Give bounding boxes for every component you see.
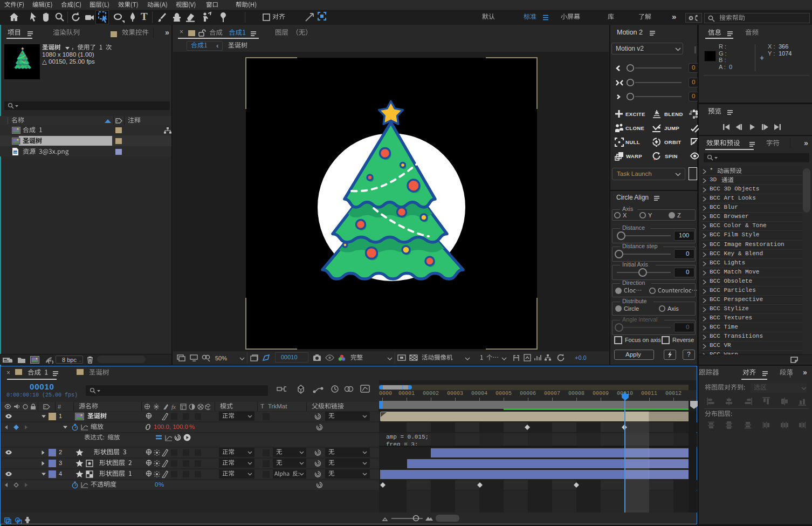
svg-text:fx: fx: [171, 404, 176, 410]
